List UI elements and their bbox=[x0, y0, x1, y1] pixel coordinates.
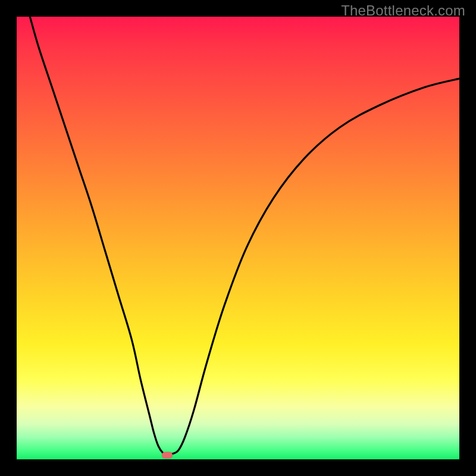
plot-area bbox=[17, 17, 459, 459]
chart-frame: TheBottleneck.com bbox=[0, 0, 476, 476]
curve-layer bbox=[17, 17, 459, 459]
optimal-point-marker bbox=[162, 452, 173, 458]
watermark-text: TheBottleneck.com bbox=[341, 2, 465, 19]
bottleneck-curve bbox=[30, 17, 459, 455]
